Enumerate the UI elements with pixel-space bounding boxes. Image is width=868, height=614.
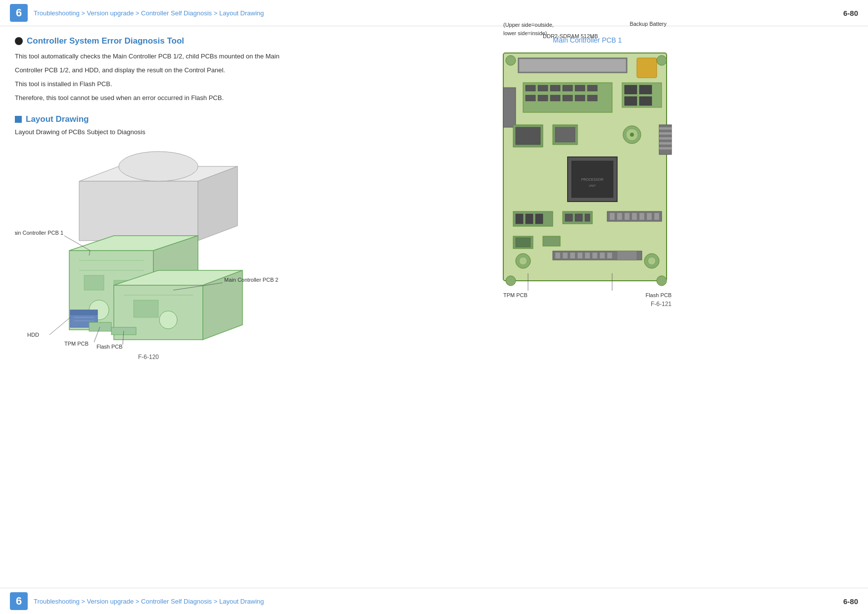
- svg-rect-84: [543, 236, 560, 246]
- upper-label: (Upper side=outside,: [503, 22, 554, 28]
- backup-label: Backup Battery: [629, 21, 667, 27]
- svg-rect-78: [632, 213, 637, 220]
- svg-point-102: [657, 276, 667, 286]
- svg-rect-91: [555, 253, 560, 258]
- svg-rect-32: [526, 85, 535, 91]
- svg-rect-61: [659, 147, 672, 150]
- svg-rect-7: [134, 300, 158, 317]
- page-number-top: 6-80: [843, 9, 858, 17]
- svg-rect-76: [617, 213, 622, 220]
- svg-rect-52: [555, 127, 575, 142]
- svg-rect-48: [639, 97, 652, 105]
- svg-rect-37: [587, 85, 597, 91]
- svg-rect-40: [550, 95, 560, 101]
- svg-text:Flash PCB: Flash PCB: [96, 344, 123, 350]
- svg-rect-75: [610, 213, 615, 220]
- svg-rect-30: [503, 88, 516, 127]
- isometric-svg: Main Controller PCB 1 Main Controller PC…: [15, 142, 282, 350]
- ddr-label: DDR2-SDRAM 512MB: [543, 33, 598, 39]
- svg-rect-29: [637, 58, 657, 78]
- footer: 6 Troubleshooting > Version upgrade > Co…: [0, 588, 868, 614]
- layout-title: Layout Drawing: [26, 114, 89, 124]
- svg-rect-42: [575, 95, 585, 101]
- breadcrumb: Troubleshooting > Version upgrade > Cont…: [34, 9, 264, 17]
- svg-rect-10: [70, 310, 97, 315]
- svg-rect-47: [625, 97, 637, 105]
- svg-rect-77: [625, 213, 629, 220]
- svg-rect-80: [647, 213, 652, 220]
- desc1: This tool automatically checks the Main …: [15, 51, 302, 62]
- svg-rect-79: [639, 213, 644, 220]
- svg-text:TPM PCB: TPM PCB: [64, 341, 89, 347]
- svg-point-8: [159, 311, 177, 329]
- svg-rect-3: [84, 275, 104, 290]
- figure-num-left: F-6-120: [15, 354, 282, 360]
- svg-rect-98: [607, 253, 612, 258]
- svg-point-86: [519, 257, 527, 265]
- svg-text:UNIT: UNIT: [589, 184, 596, 187]
- svg-rect-45: [625, 85, 637, 94]
- svg-rect-36: [575, 85, 585, 91]
- main-content: Controller System Error Diagnosis Tool T…: [0, 26, 868, 359]
- svg-rect-96: [592, 253, 597, 258]
- svg-rect-50: [516, 127, 540, 145]
- tpm-label-right: TPM PCB: [503, 292, 528, 298]
- svg-rect-93: [570, 253, 575, 258]
- figure-num-right: F-6-121: [498, 301, 676, 307]
- right-pcb-diagram: (Upper side=outside, lower side=inside) …: [498, 48, 676, 291]
- svg-point-55: [630, 133, 634, 137]
- svg-line-20: [49, 317, 70, 335]
- svg-rect-41: [563, 95, 573, 101]
- svg-rect-34: [550, 85, 560, 91]
- svg-point-101: [506, 276, 516, 286]
- svg-rect-58: [659, 132, 672, 135]
- svg-rect-28: [519, 59, 626, 72]
- lower-label: lower side=inside): [503, 30, 547, 36]
- layout-section: Layout Drawing Layout Drawing of PCBs Su…: [15, 114, 302, 350]
- svg-rect-69: [535, 214, 543, 224]
- svg-rect-39: [538, 95, 548, 101]
- svg-point-100: [657, 55, 667, 65]
- footer-badge: 6: [10, 592, 28, 610]
- layout-header: Layout Drawing: [15, 114, 302, 124]
- left-column: Controller System Error Diagnosis Tool T…: [15, 36, 302, 350]
- svg-rect-43: [587, 95, 597, 101]
- svg-rect-72: [575, 214, 582, 221]
- svg-rect-71: [565, 214, 573, 221]
- svg-rect-59: [659, 137, 672, 140]
- page-number-bottom: 6-80: [843, 597, 858, 606]
- svg-rect-60: [659, 142, 672, 145]
- desc4: Therefore, this tool cannot be used when…: [15, 93, 302, 103]
- left-diagram: Main Controller PCB 1 Main Controller PC…: [15, 142, 282, 350]
- header-badge: 6: [10, 4, 28, 22]
- pcb-svg: PROCESSOR UNIT: [498, 48, 676, 291]
- svg-text:Main Controller PCB 1: Main Controller PCB 1: [15, 230, 63, 236]
- svg-rect-92: [563, 253, 568, 258]
- svg-rect-46: [639, 85, 652, 94]
- svg-rect-73: [585, 214, 590, 221]
- section1-title: Controller System Error Diagnosis Tool: [27, 36, 184, 46]
- svg-rect-68: [526, 214, 533, 224]
- svg-rect-35: [563, 85, 573, 91]
- desc2: Controller PCB 1/2, and HDD, and display…: [15, 65, 302, 76]
- svg-rect-97: [600, 253, 605, 258]
- svg-point-88: [648, 257, 656, 265]
- square-bullet: [15, 116, 22, 123]
- svg-point-0: [119, 152, 198, 181]
- layout-subtitle: Layout Drawing of PCBs Subject to Diagno…: [15, 128, 302, 136]
- right-column: Main Controller PCB 1 (Upper side=outsid…: [317, 36, 853, 350]
- svg-rect-33: [538, 85, 548, 91]
- svg-rect-94: [578, 253, 582, 258]
- header: 6 Troubleshooting > Version upgrade > Co…: [0, 0, 868, 26]
- svg-rect-13: [89, 322, 111, 331]
- svg-rect-38: [526, 95, 535, 101]
- svg-text:HDD: HDD: [27, 332, 39, 338]
- desc3: This tool is installed in Flash PCB.: [15, 79, 302, 90]
- svg-rect-67: [516, 214, 523, 224]
- svg-point-99: [506, 55, 516, 65]
- svg-text:Main Controller PCB 2: Main Controller PCB 2: [224, 277, 278, 283]
- svg-rect-81: [654, 213, 659, 220]
- svg-rect-83: [516, 238, 530, 247]
- footer-breadcrumb: Troubleshooting > Version upgrade > Cont…: [34, 598, 264, 605]
- svg-rect-95: [585, 253, 590, 258]
